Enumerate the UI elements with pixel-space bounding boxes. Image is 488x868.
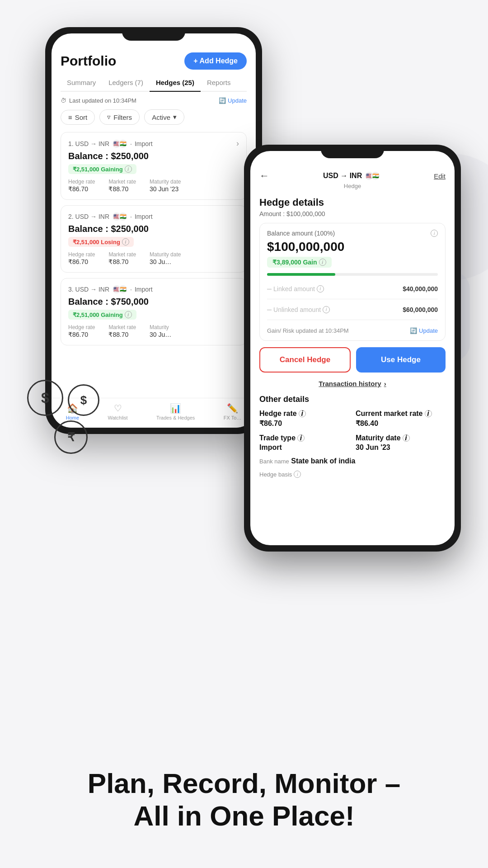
use-hedge-button[interactable]: Use Hedge [356,347,446,373]
hedge-detail-header: ← USD → INR 🇺🇸 🇮🇳 Edit [259,170,446,182]
phone2-notch [321,145,384,158]
refresh-icon: 🔄 [219,97,226,104]
nav-watchlist[interactable]: ♡ Watchlist [108,403,127,420]
in-flag-icon: 🇮🇳 [118,139,127,148]
linked-info-icon: i [317,285,324,292]
gain-info-icon: i [319,259,326,266]
balance-info-icon: i [431,230,438,237]
filters-button[interactable]: ▿ Filters [99,109,140,125]
lose-badge-2: ₹2,51,000 Losing i [68,237,134,247]
sort-icon: ≡ [68,113,72,121]
refresh-icon-2: 🔄 [410,327,417,334]
balance-pct-label: Balance amount (100%) i [267,230,438,237]
hedge-card-2[interactable]: 2. USD → INR 🇺🇸 🇮🇳 · Import Balance : $2… [61,205,247,273]
maturity-info: i [403,434,410,442]
hedge-rate-item-3: Hedge rate ₹86.70 [68,324,95,339]
in-flag-icon-3: 🇮🇳 [118,285,127,294]
bank-name-detail: Bank name State bank of india [259,457,446,465]
tab-ledgers[interactable]: Ledgers (7) [102,76,150,91]
last-updated-text: ⏱ Last updated on 10:34PM [61,97,136,104]
hedge-card-1[interactable]: 1. USD → INR 🇺🇸 🇮🇳 · Import › Balance : … [61,132,247,200]
tab-reports[interactable]: Reports [201,76,237,91]
balance-card: Balance amount (100%) i $100,000,000 ₹3,… [259,223,446,341]
hedge-card-2-header: 2. USD → INR 🇺🇸 🇮🇳 · Import [68,212,239,221]
phone1-screen: Portfolio + Add Hedge Summary Ledgers (7… [52,33,256,428]
currency-pair-label: USD → INR 🇺🇸 🇮🇳 [323,171,380,180]
hedge-basis-row: Hedge basis i [259,471,446,478]
portfolio-header: Portfolio + Add Hedge [61,52,247,70]
transaction-history-link[interactable]: Transaction history › [259,380,446,387]
hedge-rate-info: i [299,410,306,417]
in-flag-icon-2: 🇮🇳 [118,212,127,221]
hedge-amount-label: Amount : $100,000,000 [259,210,446,217]
progress-bar [267,273,438,276]
hedge-rate-item-1: Hedge rate ₹86.70 [68,179,95,193]
phone1-notch [122,27,185,41]
gain-badge-1: ₹2,51,000 Gaining i [68,164,136,174]
other-details-title: Other details [259,395,446,404]
pen-icon: ✏️ [227,403,238,414]
tab-hedges[interactable]: Hedges (25) [150,76,201,91]
hedge-details-title: Hedge details [259,197,446,208]
unlinked-amount-row: – Unlinked amount i $60,000,000 [267,303,438,316]
info-icon-3: i [125,311,132,318]
market-rate-info: i [425,410,432,417]
maturity-date-detail: Maturity date i 30 Jun '23 [356,434,446,452]
import-label-1: · [130,140,132,147]
market-rate-item-1: Market rate ₹88.70 [108,179,136,193]
rupee-icon: ₹ [54,420,88,454]
unlinked-info-icon: i [323,306,330,313]
clock-icon: ⏱ [61,97,66,104]
add-hedge-button[interactable]: + Add Hedge [184,52,247,70]
progress-fill [267,273,335,276]
portfolio-tabs: Summary Ledgers (7) Hedges (25) Reports [61,76,247,92]
hedge-card-3-title: 3. USD → INR 🇺🇸 🇮🇳 · Import [68,285,153,294]
market-rate-item-2: Market rate ₹88.70 [108,251,136,266]
hedge-card-1-title: 1. USD → INR 🇺🇸 🇮🇳 · Import [68,139,153,148]
dollar-icon-1: $ [27,380,63,416]
active-dropdown[interactable]: Active ▾ [144,109,184,125]
update-button[interactable]: 🔄 Update [219,97,247,104]
chevron-right-tx-icon: › [384,380,386,387]
dollar-icon-2: $ [68,384,99,416]
gain-update-button[interactable]: 🔄 Update [410,327,438,334]
linked-dot-icon: – [267,284,272,293]
trade-type-detail: Trade type i Import [259,434,349,452]
big-balance-amount: $100,000,000 [267,240,438,254]
chevron-down-icon: ▾ [173,113,177,121]
hedge-rate-item-2: Hedge rate ₹86.70 [68,251,95,266]
edit-button[interactable]: Edit [434,172,446,180]
gain-badge-3: ₹2,51,000 Gaining i [68,310,136,320]
hedge-type-label: Hedge [259,183,446,189]
flag-pair-2: 🇺🇸 🇮🇳 [112,212,127,221]
cancel-hedge-button[interactable]: Cancel Hedge [259,347,351,373]
nav-trades-hedges[interactable]: 📊 Trades & Hedges [156,403,195,420]
info-icon-2: i [122,238,129,245]
hedge-card-3[interactable]: 3. USD → INR 🇺🇸 🇮🇳 · Import Balance : $7… [61,278,247,345]
p2-gain-badge: ₹3,89,000 Gain i [267,257,332,268]
in-flag-detail: 🇮🇳 [371,171,380,180]
phone2-hedge-details: ← USD → INR 🇺🇸 🇮🇳 Edit Hedge Hedge detai… [244,145,461,552]
market-rate-item-3: Market rate ₹88.70 [108,324,136,339]
hedge-card-2-title: 2. USD → INR 🇺🇸 🇮🇳 · Import [68,212,153,221]
headline-line2: All in One Place! [0,800,488,832]
flag-pair-1: 🇺🇸 🇮🇳 [112,139,127,148]
back-button[interactable]: ← [259,170,269,182]
action-buttons: Cancel Hedge Use Hedge [259,347,446,373]
hedge-basis-info: i [294,471,301,478]
nav-fx-tools[interactable]: ✏️ FX To… [224,403,242,420]
flag-pair-3: 🇺🇸 🇮🇳 [112,285,127,294]
hedge-rates-3: Hedge rate ₹86.70 Market rate ₹88.70 Mat… [68,324,239,339]
update-bar: ⏱ Last updated on 10:34PM 🔄 Update [61,97,247,104]
hedge-balance-3: Balance : $750,000 [68,297,239,307]
info-icon-1: i [125,165,132,173]
hedge-balance-1: Balance : $250,000 [68,151,239,161]
filters-bar: ≡ Sort ▿ Filters Active ▾ [61,109,247,125]
sort-button[interactable]: ≡ Sort [61,110,95,125]
linked-amount-row: – Linked amount i $40,000,000 [267,282,438,295]
hedge-rates-1: Hedge rate ₹86.70 Market rate ₹88.70 Mat… [68,179,239,193]
unlinked-dot-icon: – [267,305,272,314]
filter-icon: ▿ [107,113,111,121]
tab-summary[interactable]: Summary [61,76,102,91]
bank-name-row: Bank name State bank of india [259,457,446,465]
